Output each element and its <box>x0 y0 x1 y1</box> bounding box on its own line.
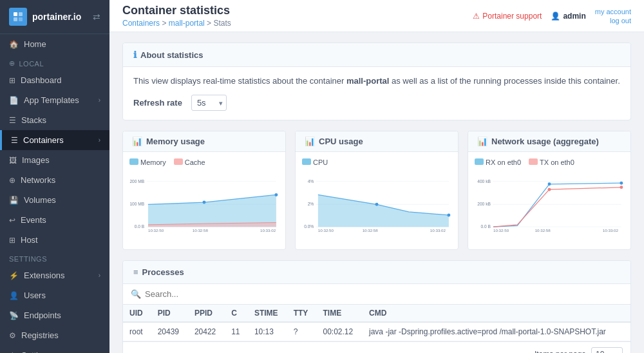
sidebar-item-label: Users <box>24 291 46 300</box>
container-name: mall-portal <box>346 76 389 86</box>
support-link[interactable]: ⚠ Portainer support <box>473 12 542 21</box>
table-header: UID PID PPID C STIME TTY TIME CMD <box>123 305 630 322</box>
svg-point-38 <box>620 182 623 185</box>
memory-chart-title: Memory usage <box>146 137 205 146</box>
chevron-right-icon: › <box>99 272 100 279</box>
svg-rect-3 <box>19 17 23 21</box>
sidebar-item-label: Registries <box>21 330 59 340</box>
col-c: C <box>225 305 248 322</box>
col-tty: TTY <box>287 305 317 322</box>
memory-chart-legend: Memory Cache <box>129 158 279 166</box>
cell-ppid: 20422 <box>188 322 225 341</box>
registries-icon: ⚙ <box>9 331 16 340</box>
page-title: Container statistics <box>122 4 231 17</box>
svg-point-37 <box>548 182 551 186</box>
volumes-icon: 💾 <box>9 196 19 205</box>
search-input[interactable] <box>145 289 623 299</box>
svg-point-15 <box>274 193 278 196</box>
process-table: UID PID PPID C STIME TTY TIME CMD root 2… <box>123 305 630 341</box>
about-panel: ℹ About statistics This view displays re… <box>122 43 631 120</box>
settings-group-label: SETTINGS <box>9 255 47 263</box>
sidebar-item-extensions[interactable]: ⚡ Extensions › <box>0 265 109 285</box>
sidebar-item-users[interactable]: 👤 Users <box>0 285 109 305</box>
items-per-page-select[interactable]: 10 25 50 100 <box>591 347 623 353</box>
sidebar-item-networks[interactable]: ⊕ Networks <box>0 170 109 190</box>
sidebar-item-label: Settings <box>21 350 52 353</box>
refresh-rate-select[interactable]: 1s 2s 5s 10s 30s <box>191 95 227 111</box>
admin-menu[interactable]: 👤 admin <box>551 12 585 21</box>
home-icon: 🏠 <box>9 40 19 49</box>
sidebar-logo: portainer.io ⇄ <box>0 0 109 34</box>
sidebar-item-label: Containers <box>23 135 64 145</box>
col-pid: PID <box>151 305 188 322</box>
svg-text:0.0 B: 0.0 B <box>480 224 491 229</box>
legend-rx-color <box>475 158 484 165</box>
about-header-label: About statistics <box>140 50 204 60</box>
chevron-right-icon: › <box>99 97 100 104</box>
svg-text:4%: 4% <box>308 179 314 184</box>
cell-time: 00:02.12 <box>316 322 363 341</box>
account-links: my account log out <box>595 8 631 24</box>
refresh-rate-label: Refresh rate <box>133 98 182 108</box>
breadcrumb: Containers > mall-portal > Stats <box>122 19 231 28</box>
svg-text:200 MB: 200 MB <box>129 179 144 184</box>
sidebar-group-settings: SETTINGS <box>0 250 109 265</box>
log-out-link[interactable]: log out <box>610 17 631 24</box>
svg-text:200 kB: 200 kB <box>477 202 491 206</box>
items-per-page-label: Items per page <box>535 350 586 353</box>
sidebar-item-dashboard[interactable]: ⊞ Dashboard <box>0 70 109 90</box>
col-time: TIME <box>316 305 363 322</box>
containers-icon: ☰ <box>11 136 18 145</box>
sidebar-item-label: Home <box>24 39 46 49</box>
svg-marker-25 <box>318 195 449 227</box>
sidebar-collapse-icon[interactable]: ⇄ <box>93 12 100 22</box>
sidebar-item-stacks[interactable]: ☰ Stacks <box>0 110 109 130</box>
cpu-chart-legend: CPU <box>302 158 451 166</box>
sidebar-item-settings[interactable]: ⚙ Settings <box>0 345 109 353</box>
dashboard-icon: ⊞ <box>9 76 15 85</box>
endpoints-icon: 📡 <box>9 311 19 320</box>
sidebar-item-label: Volumes <box>24 195 56 205</box>
images-icon: 🖼 <box>9 156 17 165</box>
topbar-right: ⚠ Portainer support 👤 admin my account l… <box>473 8 631 24</box>
cpu-chart-header: 📊 CPU usage <box>296 131 458 152</box>
cell-c: 11 <box>225 322 248 341</box>
about-panel-body: This view displays real-time statistics … <box>123 67 630 120</box>
my-account-link[interactable]: my account <box>595 8 631 15</box>
legend-cache-color <box>174 158 183 165</box>
breadcrumb-mall-portal[interactable]: mall-portal <box>169 19 205 28</box>
sidebar-nav: 🏠 Home ⊕ LOCAL ⊞ Dashboard 📄 App Templat… <box>0 34 109 353</box>
network-chart-header: 📊 Network usage (aggregate) <box>468 131 630 152</box>
network-legend-tx: TX on eth0 <box>529 158 574 166</box>
sidebar-item-host[interactable]: ⊞ Host <box>0 230 109 250</box>
sidebar-item-app-templates[interactable]: 📄 App Templates › <box>0 90 109 110</box>
svg-text:10:33:02: 10:33:02 <box>603 228 619 233</box>
sidebar-item-images[interactable]: 🖼 Images <box>0 150 109 170</box>
col-cmd: CMD <box>363 305 630 322</box>
chart-bar-icon-net: 📊 <box>477 137 488 146</box>
sidebar-item-label: Dashboard <box>21 75 62 85</box>
host-icon: ⊞ <box>9 236 15 245</box>
legend-tx-color <box>529 158 538 165</box>
info-icon: ℹ <box>133 50 137 60</box>
sidebar-item-containers[interactable]: ☰ Containers › <box>0 130 109 150</box>
cell-tty: ? <box>287 322 317 341</box>
app-templates-icon: 📄 <box>9 96 19 105</box>
sidebar-item-label: Stacks <box>21 115 46 125</box>
breadcrumb-containers[interactable]: Containers <box>122 19 160 28</box>
cpu-chart-svg: 4% 2% 0.0% 10:32:50 10:32:58 10:33:0 <box>302 170 451 241</box>
svg-point-14 <box>203 201 206 204</box>
svg-text:2%: 2% <box>308 202 314 206</box>
table-row: root 20439 20422 11 10:13 ? 00:02.12 jav… <box>123 322 630 341</box>
svg-point-27 <box>447 213 450 216</box>
sidebar-item-label: Extensions <box>24 271 65 280</box>
sidebar-item-endpoints[interactable]: 📡 Endpoints <box>0 305 109 325</box>
sidebar-item-home[interactable]: 🏠 Home <box>0 34 109 54</box>
sidebar-item-volumes[interactable]: 💾 Volumes <box>0 190 109 210</box>
svg-text:10:32:50: 10:32:50 <box>318 228 334 233</box>
sidebar-item-label: Events <box>21 215 46 225</box>
sidebar-item-registries[interactable]: ⚙ Registries <box>0 325 109 345</box>
sidebar-item-label: Images <box>22 155 50 165</box>
sidebar-item-events[interactable]: ↩ Events <box>0 210 109 230</box>
chart-bar-icon: 📊 <box>132 137 142 146</box>
